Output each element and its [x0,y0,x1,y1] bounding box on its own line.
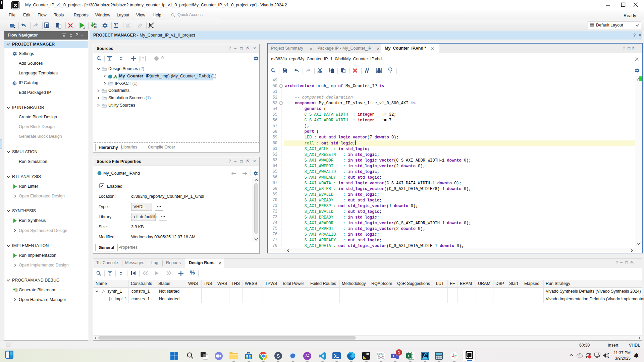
svg-text:01: 01 [15,288,17,290]
svg-text:01: 01 [94,23,97,25]
svg-text:1: 1 [398,350,400,355]
svg-text:10: 10 [15,290,17,292]
svg-text:T: T [392,354,394,358]
svg-text:S: S [277,353,280,359]
svg-text:10: 10 [94,26,97,28]
svg-text:?: ? [142,57,144,60]
svg-text:z: z [639,352,640,354]
svg-text:X: X [407,354,410,358]
